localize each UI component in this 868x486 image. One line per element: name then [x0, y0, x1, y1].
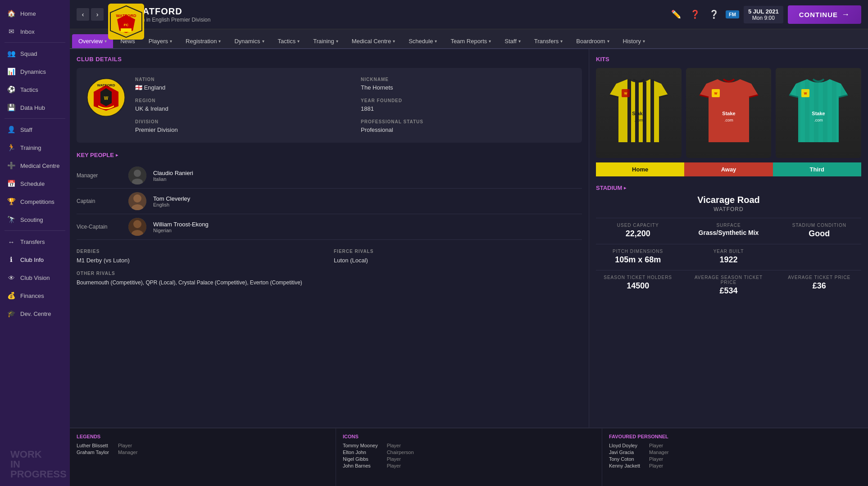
- derbies-item: DERBIES M1 Derby (vs Luton): [77, 249, 325, 264]
- sidebar-item-competitions[interactable]: 🏆 Competitions: [0, 193, 70, 211]
- continue-button[interactable]: CONTINUE: [788, 5, 861, 24]
- stadium-divider-2: [596, 244, 861, 244]
- derbies-label: DERBIES: [77, 249, 325, 254]
- tab-training[interactable]: Training ▾: [307, 34, 344, 48]
- key-person-row-captain: Captain Tom Cleverley English: [77, 189, 582, 214]
- stadium-title[interactable]: STADIUM ▸: [596, 184, 861, 191]
- stadium-surface: SURFACE Grass/Synthetic Mix: [686, 223, 770, 238]
- sidebar-item-dev-centre[interactable]: 🎓 Dev. Centre: [0, 305, 70, 323]
- sidebar-item-club-vision[interactable]: 👁 Club Vision: [0, 269, 70, 287]
- help-button[interactable]: ❓: [688, 7, 702, 22]
- tab-label: Tactics: [278, 38, 296, 45]
- tab-players[interactable]: Players ▾: [142, 34, 178, 48]
- svg-text:Stake: Stake: [722, 111, 735, 116]
- sidebar-item-transfers[interactable]: ↔ Transfers: [0, 233, 70, 251]
- person-role-captain: Captain: [77, 198, 122, 204]
- kit-away-button[interactable]: Away: [684, 162, 773, 176]
- sidebar-item-training[interactable]: 🏃 Training: [0, 139, 70, 157]
- sidebar-item-medical[interactable]: ➕ Medical Centre: [0, 157, 70, 175]
- tab-label: Registration: [186, 38, 217, 45]
- continue-label: CONTINUE: [799, 11, 838, 18]
- tab-label: History: [623, 38, 641, 45]
- team-subtitle: 18th in English Premier Division: [134, 17, 664, 23]
- svg-rect-23: [650, 79, 654, 142]
- sidebar-item-club-info[interactable]: ℹ Club Info: [0, 251, 70, 269]
- forward-button[interactable]: ›: [91, 8, 104, 21]
- tab-label: Overview: [78, 38, 103, 45]
- tab-label: Transfers: [534, 38, 559, 45]
- tab-arrow: ▾: [262, 39, 264, 44]
- back-button[interactable]: ‹: [77, 8, 89, 21]
- tab-tactics[interactable]: Tactics ▾: [272, 34, 306, 48]
- tab-medical-centre[interactable]: Medical Centre ▾: [345, 34, 401, 48]
- person-info-captain: Tom Cleverley English: [153, 195, 190, 207]
- derbies-value: M1 Derby (vs Luton): [77, 257, 130, 264]
- tab-registration[interactable]: Registration ▾: [179, 34, 227, 48]
- key-people-title[interactable]: KEY PEOPLE ▸: [77, 152, 582, 158]
- sidebar-item-dynamics[interactable]: 📊 Dynamics: [0, 63, 70, 81]
- sidebar-item-finances[interactable]: 💰 Finances: [0, 287, 70, 305]
- tactics-icon: ⚽: [7, 85, 16, 94]
- inbox-icon: ✉: [7, 27, 16, 36]
- sidebar-item-data-hub[interactable]: 💾 Data Hub: [0, 99, 70, 117]
- key-person-row-manager: Manager Claudio Ranieri Italian: [77, 163, 582, 189]
- tab-staff[interactable]: Staff ▾: [498, 34, 527, 48]
- nation-label: NATION: [135, 77, 347, 82]
- sidebar-item-label: Training: [20, 144, 41, 151]
- svg-text:Stake: Stake: [812, 111, 825, 116]
- sidebar-item-schedule[interactable]: 📅 Schedule: [0, 175, 70, 193]
- tab-schedule[interactable]: Schedule ▾: [402, 34, 443, 48]
- key-people-arrow: ▸: [116, 153, 118, 158]
- legend-role-1: Manager: [118, 450, 137, 455]
- year-built-label: YEAR BUILT: [686, 249, 770, 254]
- person-avatar-vice-captain: [128, 218, 146, 236]
- content-area: CLUB DETAILS W WATFORD: [70, 49, 868, 428]
- tab-transfers[interactable]: Transfers ▾: [528, 34, 569, 48]
- sidebar-item-tactics[interactable]: ⚽ Tactics: [0, 81, 70, 99]
- stadium-pitch-dimensions: PITCH DIMENSIONS 105m x 68m: [596, 249, 680, 265]
- kit-home-button[interactable]: Home: [596, 162, 684, 176]
- tab-label: Dynamics: [234, 38, 260, 45]
- person-avatar-captain: [128, 192, 146, 210]
- question-button[interactable]: ❔: [707, 7, 721, 22]
- tab-label: Staff: [504, 38, 517, 45]
- icon-person-1: Elton John: [343, 450, 378, 455]
- sidebar-item-label: Squad: [20, 50, 37, 57]
- tab-team-reports[interactable]: Team Reports ▾: [444, 34, 497, 48]
- year-founded-value: 1881: [361, 105, 374, 112]
- fm-badge: FM: [726, 10, 739, 18]
- icon-role-3: Player: [387, 463, 414, 468]
- kit-third-button[interactable]: Third: [773, 162, 861, 176]
- edit-button[interactable]: ✏️: [669, 7, 683, 22]
- legend-name-0: Luther Blissett: [77, 443, 108, 448]
- sidebar-item-scouting[interactable]: 🔭 Scouting: [0, 211, 70, 229]
- date: 5 JUL 2021: [748, 8, 779, 15]
- icon-person-3: John Barnes: [343, 463, 378, 468]
- nav-arrows: ‹ ›: [77, 8, 104, 21]
- sidebar-item-label: Club Vision: [20, 274, 50, 281]
- pitch-label: PITCH DIMENSIONS: [596, 249, 680, 254]
- favoured-person-2: Tony Coton: [609, 456, 640, 462]
- stadium-name: Vicarage Road: [596, 195, 861, 205]
- sidebar-item-home[interactable]: 🏠 Home: [0, 4, 70, 22]
- sidebar-item-squad[interactable]: 👥 Squad: [0, 45, 70, 63]
- svg-text:FC: FC: [124, 23, 129, 27]
- fierce-rivals-item: FIERCE RIVALS Luton (Local): [334, 249, 582, 264]
- dev-centre-icon: 🎓: [7, 309, 16, 318]
- tab-boardroom[interactable]: Boardroom ▾: [570, 34, 615, 48]
- tab-history[interactable]: History ▾: [617, 34, 651, 48]
- legend-role-0: Player: [118, 443, 137, 448]
- tab-arrow: ▾: [393, 39, 395, 44]
- tab-overview[interactable]: Overview ▾: [72, 34, 113, 48]
- person-nationality-vice-captain: Nigerian: [153, 228, 209, 233]
- sidebar-item-staff[interactable]: 👤 Staff: [0, 121, 70, 139]
- avg-ticket-label: AVERAGE TICKET PRICE: [777, 275, 861, 280]
- stadium-grid-3: SEASON TICKET HOLDERS 14500 AVERAGE SEAS…: [596, 275, 861, 296]
- sidebar-item-label: Dev. Centre: [20, 310, 51, 317]
- sidebar-item-inbox[interactable]: ✉ Inbox: [0, 22, 70, 40]
- tab-dynamics[interactable]: Dynamics ▾: [228, 34, 270, 48]
- person-nationality-manager: Italian: [153, 176, 193, 182]
- svg-rect-20: [627, 79, 631, 142]
- svg-text:W: W: [104, 96, 108, 101]
- svg-text:W: W: [714, 92, 717, 95]
